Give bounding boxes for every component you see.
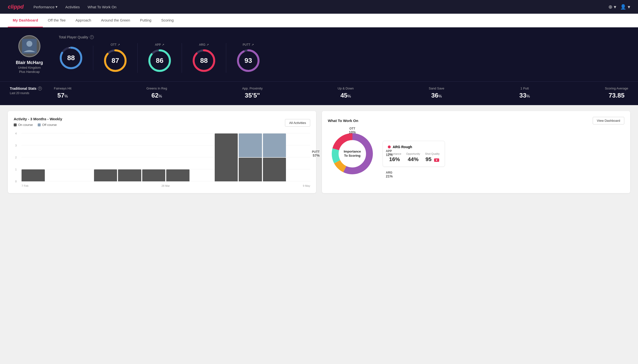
- view-dashboard-button[interactable]: View Dashboard: [593, 117, 624, 124]
- y-axis-label: 1: [15, 168, 17, 171]
- trad-help-icon[interactable]: ?: [38, 86, 42, 90]
- putt-score: 93: [244, 57, 252, 64]
- bar-group: [22, 134, 45, 182]
- bar-group: [94, 134, 117, 182]
- nav-links: Performance ▾ Activities What To Work On: [34, 5, 117, 9]
- tab-putting[interactable]: Putting: [135, 14, 156, 28]
- donut-center-label: ImportanceTo Scoring: [344, 150, 361, 158]
- app-score-card: APP ↗ 86: [138, 43, 182, 73]
- chart-legend: On course Off course: [14, 123, 62, 127]
- app-label: APP ↗: [155, 43, 164, 46]
- ott-outer-label: OTT10%: [349, 127, 356, 134]
- nav-performance[interactable]: Performance ▾: [34, 5, 58, 9]
- activity-chart-card: Activity - 3 Months - Weekly On course O…: [8, 111, 316, 193]
- info-metrics: Importance 16% Opportunity 44% Shot Qual…: [388, 152, 440, 162]
- y-axis-label: 2: [15, 156, 17, 159]
- off-course-bar: [239, 134, 262, 157]
- tab-off-the-tee[interactable]: Off the Tee: [43, 14, 71, 28]
- svg-point-1: [27, 41, 32, 47]
- on-course-bar: [94, 170, 117, 182]
- ott-score-card: OTT ↗ 87: [93, 43, 138, 73]
- score-cards: 88 OTT ↗ 87: [59, 43, 628, 73]
- tab-scoring[interactable]: Scoring: [156, 14, 178, 28]
- donut-wrapper: ImportanceTo Scoring OTT10% APP12% ARG21…: [328, 129, 377, 178]
- putt-label: PUTT ↗: [243, 43, 254, 46]
- main-ring: 88: [59, 46, 83, 70]
- stat-item-6: Scoring Average 73.85: [605, 86, 628, 99]
- trad-stats-row: Fairways Hit 57% Greens In Reg 62% App. …: [54, 86, 628, 99]
- stat-item-1: Greens In Reg 62%: [146, 86, 167, 99]
- activity-card-title: Activity - 3 Months - Weekly: [14, 117, 62, 121]
- bar-group: [190, 134, 214, 182]
- y-axis-label: 0: [15, 180, 17, 183]
- nav-what-to-work-on[interactable]: What To Work On: [88, 5, 117, 9]
- logo: clippd: [8, 4, 24, 10]
- off-course-legend: Off course: [38, 123, 57, 127]
- trad-sublabel: Last 20 rounds: [10, 92, 54, 95]
- main-score-card: 88: [59, 46, 93, 70]
- stat-item-2: App. Proximity 35'5": [242, 86, 263, 99]
- on-course-dot: [14, 124, 17, 126]
- stat-item-3: Up & Down 45%: [338, 86, 354, 99]
- bar-group: [70, 134, 93, 182]
- player-country: United Kingdom: [18, 66, 41, 70]
- on-course-bar: [239, 158, 262, 182]
- add-button[interactable]: ⊕ ▾: [608, 4, 616, 10]
- bar-group: [287, 134, 310, 182]
- donut-chart: ImportanceTo Scoring: [328, 129, 377, 178]
- arg-label: ARG ↗: [199, 43, 209, 46]
- traditional-stats: Traditional Stats ? Last 20 rounds Fairw…: [0, 82, 638, 105]
- nav-activities[interactable]: Activities: [65, 5, 80, 9]
- arg-score-card: ARG ↗ 88: [182, 43, 226, 73]
- avatar: [18, 35, 40, 57]
- on-course-bar: [142, 170, 165, 182]
- putt-score-card: PUTT ↗ 93: [226, 43, 270, 73]
- info-card-dot: [388, 146, 391, 148]
- stat-item-0: Fairways Hit 57%: [54, 86, 72, 99]
- putt-ring: 93: [236, 48, 261, 73]
- tab-my-dashboard[interactable]: My Dashboard: [8, 14, 43, 28]
- player-handicap: Plus Handicap: [19, 70, 40, 74]
- wtwo-title: What To Work On: [328, 118, 358, 123]
- bar-group: [166, 134, 189, 182]
- arg-ring: 88: [192, 48, 216, 73]
- main-score: 88: [67, 54, 75, 62]
- total-quality-label: Total Player Quality ?: [59, 35, 628, 39]
- trad-label: Traditional Stats ?: [10, 86, 54, 90]
- bar-group: [46, 134, 69, 182]
- player-info: Blair McHarg United Kingdom Plus Handica…: [10, 35, 49, 74]
- all-activities-button[interactable]: All Activities: [285, 119, 310, 127]
- off-course-dot: [38, 124, 41, 126]
- ott-label: OTT ↗: [111, 43, 120, 46]
- app-ring: 86: [147, 48, 172, 73]
- what-to-work-on-card: What To Work On View Dashboard: [322, 111, 630, 193]
- activity-card-header: Activity - 3 Months - Weekly On course O…: [14, 117, 310, 128]
- player-name: Blair McHarg: [16, 60, 43, 65]
- on-course-legend: On course: [14, 123, 33, 127]
- opportunity-metric: Opportunity 44%: [406, 152, 420, 162]
- on-course-bar: [118, 170, 141, 182]
- y-axis-label: 3: [15, 144, 17, 147]
- off-course-bar: [263, 134, 286, 157]
- y-axis-label: 4: [15, 132, 17, 135]
- user-menu-button[interactable]: 👤 ▾: [620, 4, 630, 10]
- bar-group: [239, 134, 262, 182]
- stat-item-4: Sand Save 36%: [429, 86, 444, 99]
- app-score: 86: [156, 57, 163, 64]
- nav-right: ⊕ ▾ 👤 ▾: [608, 4, 630, 10]
- bar-group: [263, 134, 286, 182]
- scores-area: Total Player Quality ? 88: [59, 35, 628, 73]
- arg-score: 88: [200, 57, 207, 64]
- ott-ring: 87: [103, 48, 128, 73]
- tabs-bar: My Dashboard Off the Tee Approach Around…: [0, 14, 638, 28]
- bars-container: [22, 134, 310, 182]
- tab-approach[interactable]: Approach: [71, 14, 96, 28]
- ott-score: 87: [111, 57, 119, 64]
- shot-quality-metric: Shot Quality 95 ▼: [425, 152, 440, 162]
- arg-outer-label: ARG21%: [386, 171, 393, 178]
- hero-section: Blair McHarg United Kingdom Plus Handica…: [0, 28, 638, 82]
- tab-around-the-green[interactable]: Around the Green: [96, 14, 135, 28]
- help-icon[interactable]: ?: [90, 35, 94, 39]
- bottom-grid: Activity - 3 Months - Weekly On course O…: [0, 105, 638, 199]
- bar-group: [118, 134, 141, 182]
